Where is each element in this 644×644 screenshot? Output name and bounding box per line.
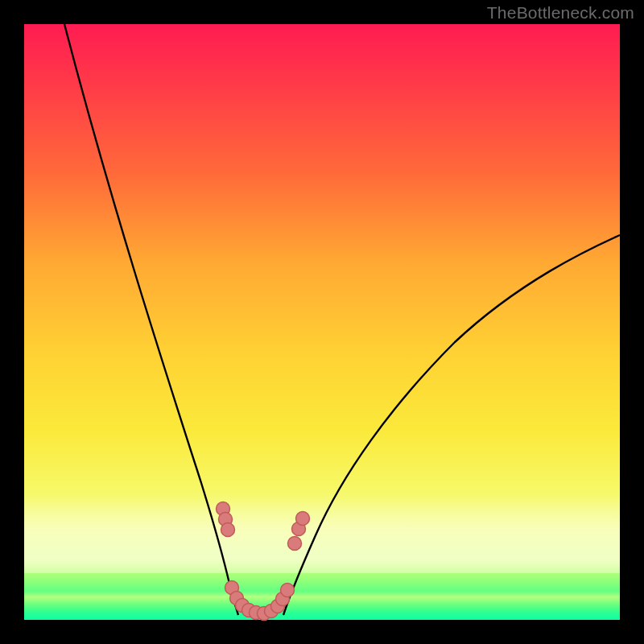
svg-point-15 [288, 537, 302, 551]
right-cluster-markers [288, 512, 310, 551]
chart-svg [24, 24, 620, 620]
watermark-text: TheBottleneck.com [487, 3, 634, 23]
curve-left [64, 24, 238, 615]
outer-black-frame: TheBottleneck.com [0, 0, 644, 644]
svg-point-14 [296, 512, 310, 526]
curve-right [283, 235, 620, 615]
svg-point-12 [221, 523, 235, 537]
left-cluster-markers [217, 502, 235, 537]
chart-plot-area [24, 24, 620, 620]
svg-point-9 [281, 584, 295, 597]
